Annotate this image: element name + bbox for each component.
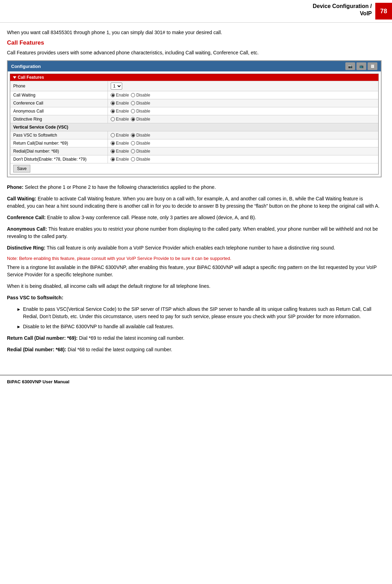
section-title: Call Features: [7, 39, 382, 46]
distinctive-ring-disable-radio[interactable]: [131, 117, 135, 121]
call-waiting-enable-option[interactable]: Enable: [111, 93, 129, 98]
pass-vsc-disable-radio[interactable]: [131, 133, 135, 137]
header-title: Device Configuration / VoIP: [313, 3, 375, 20]
redial-disable-radio[interactable]: [131, 149, 135, 153]
save-row: Save: [10, 163, 378, 174]
desc-distinctive-ring-text: This call feature is only available from…: [47, 245, 335, 251]
anonymous-call-disable-option[interactable]: Disable: [131, 109, 150, 114]
desc-redial: Redial (Dial number: *68): Dial *68 to r…: [7, 346, 382, 353]
pass-vsc-enable-radio[interactable]: [111, 133, 115, 137]
dont-disturb-enable-option[interactable]: Enable: [111, 157, 129, 162]
table-row-dont-disturb: Don't Disturb(Enable: *78, Disable: *79)…: [10, 155, 378, 163]
pass-vsc-disable-option[interactable]: Disable: [131, 133, 150, 138]
conference-call-value: Enable Disable: [108, 99, 378, 107]
redial-enable-option[interactable]: Enable: [111, 149, 129, 154]
phone-value-cell: 1 2: [108, 81, 378, 91]
footer-text: BiPAC 6300VNP User Manual: [7, 379, 69, 384]
config-inner-header: Call Features: [10, 74, 378, 81]
note-block: Note: Before enabling this feature, plea…: [7, 256, 382, 261]
table-row-call-waiting: Call Waiting Enable Disable: [10, 91, 378, 99]
save-button[interactable]: Save: [13, 165, 30, 172]
desc-call-waiting: Call Waiting: Enable to activate Call Wa…: [7, 195, 382, 210]
distinctive-ring-enable-option[interactable]: Enable: [111, 117, 129, 122]
anonymous-call-enable-option[interactable]: Enable: [111, 109, 129, 114]
list-item: Enable to pass VSC(Vertical Service Code…: [17, 306, 382, 320]
pass-vsc-heading: Pass VSC to Softswitch:: [7, 294, 382, 301]
distinctive-ring-label: Distinctive Ring: [10, 115, 108, 123]
call-waiting-enable-radio[interactable]: [111, 93, 115, 97]
distinctive-ring-enable-radio[interactable]: [111, 117, 115, 121]
desc-phone-term: Phone:: [7, 184, 23, 190]
dont-disturb-radio-group: Enable Disable: [111, 157, 375, 162]
dont-disturb-value: Enable Disable: [108, 155, 378, 163]
phone-label: Phone: [10, 81, 108, 91]
redial-enable-radio[interactable]: [111, 149, 115, 153]
desc-call-waiting-term: Call Waiting:: [7, 196, 36, 201]
return-call-value: Enable Disable: [108, 139, 378, 147]
vsc-section-label: Vertical Service Code (VSC): [10, 123, 378, 131]
desc-anonymous-call-term: Anonymous Call:: [7, 226, 47, 232]
anonymous-call-disable-radio[interactable]: [131, 109, 135, 113]
redial-term: Redial (Dial number: *68):: [7, 347, 66, 352]
table-row-phone: Phone 1 2: [10, 81, 378, 91]
note-label: Note:: [7, 256, 18, 261]
disabled-text: When it is being disabled, all income ca…: [7, 283, 382, 290]
table-row-redial: Redial(Dial number: *68) Enable Disable: [10, 147, 378, 155]
table-row-pass-vsc: Pass VSC to Softswitch Enable Disable: [10, 131, 378, 139]
table-row-anonymous-call: Anonymous Call Enable Disable: [10, 107, 378, 115]
table-row-conference-call: Conference Call Enable Disable: [10, 99, 378, 107]
return-call-disable-option[interactable]: Disable: [131, 141, 150, 146]
triangle-icon: [13, 76, 16, 79]
return-call-radio-group: Enable Disable: [111, 141, 375, 146]
conference-call-radio-group: Enable Disable: [111, 101, 375, 106]
call-waiting-disable-option[interactable]: Disable: [131, 93, 150, 98]
list-item: Disable to let the BiPAC 6300VNP to hand…: [17, 323, 382, 330]
distinctive-ring-value: Enable Disable: [108, 115, 378, 123]
page-number-badge: 78: [375, 3, 392, 20]
intro-text: When you want call 83455301 through phon…: [7, 30, 382, 35]
conference-call-enable-option[interactable]: Enable: [111, 101, 129, 106]
config-window-header: Configuration 📷 📺 🖼: [8, 61, 381, 71]
table-row-return-call: Return Call(Dial number: *69) Enable Dis…: [10, 139, 378, 147]
call-waiting-disable-radio[interactable]: [131, 93, 135, 97]
redial-value: Enable Disable: [108, 147, 378, 155]
config-header-icons: 📷 📺 🖼: [345, 62, 377, 70]
return-call-enable-radio[interactable]: [111, 141, 115, 145]
distinctive-ring-disable-option[interactable]: Disable: [131, 117, 150, 122]
pass-vsc-label: Pass VSC to Softswitch: [10, 131, 108, 139]
call-waiting-radio-group: Enable Disable: [111, 93, 375, 98]
pass-vsc-value: Enable Disable: [108, 131, 378, 139]
config-window-title: Configuration: [11, 64, 41, 69]
phone-select[interactable]: 1 2: [111, 83, 122, 90]
config-icon-3: 🖼: [368, 62, 377, 70]
page-footer: BiPAC 6300VNP User Manual: [0, 375, 392, 388]
desc-phone-text: Select the phone 1 or Phone 2 to have th…: [25, 184, 216, 190]
return-call-disable-radio[interactable]: [131, 141, 135, 145]
enable-bullet-term: Enable: [23, 306, 38, 312]
ringtone-text: There is a ringtone list available in th…: [7, 264, 382, 278]
config-icon-1: 📷: [345, 62, 355, 70]
config-table: Phone 1 2 Call Waiting: [10, 81, 378, 174]
anonymous-call-enable-radio[interactable]: [111, 109, 115, 113]
conference-call-disable-option[interactable]: Disable: [131, 101, 150, 106]
redial-radio-group: Enable Disable: [111, 149, 375, 154]
pass-vsc-bullets: Enable to pass VSC(Vertical Service Code…: [17, 306, 382, 330]
conference-call-disable-radio[interactable]: [131, 101, 135, 105]
vsc-section-row: Vertical Service Code (VSC): [10, 123, 378, 131]
call-waiting-label: Call Waiting: [10, 91, 108, 99]
conference-call-enable-radio[interactable]: [111, 101, 115, 105]
desc-conference-call-text: Enable to allow 3-way conference call. P…: [47, 215, 256, 220]
redial-disable-option[interactable]: Disable: [131, 149, 150, 154]
disable-bullet-term: Disable: [23, 324, 39, 329]
anonymous-call-label: Anonymous Call: [10, 107, 108, 115]
dont-disturb-disable-option[interactable]: Disable: [131, 157, 150, 162]
dont-disturb-enable-radio[interactable]: [111, 157, 115, 161]
redial-text: Dial *68 to redial the latest outgoing c…: [68, 347, 172, 352]
disable-bullet-text: to let the BiPAC 6300VNP to handle all a…: [41, 324, 174, 329]
desc-return-call: Return Call (Dial number: *69): Dial *69…: [7, 335, 382, 342]
return-call-enable-option[interactable]: Enable: [111, 141, 129, 146]
pass-vsc-enable-option[interactable]: Enable: [111, 133, 129, 138]
call-waiting-value: Enable Disable: [108, 91, 378, 99]
dont-disturb-disable-radio[interactable]: [131, 157, 135, 161]
desc-conference-call-term: Conference Call:: [7, 215, 46, 220]
